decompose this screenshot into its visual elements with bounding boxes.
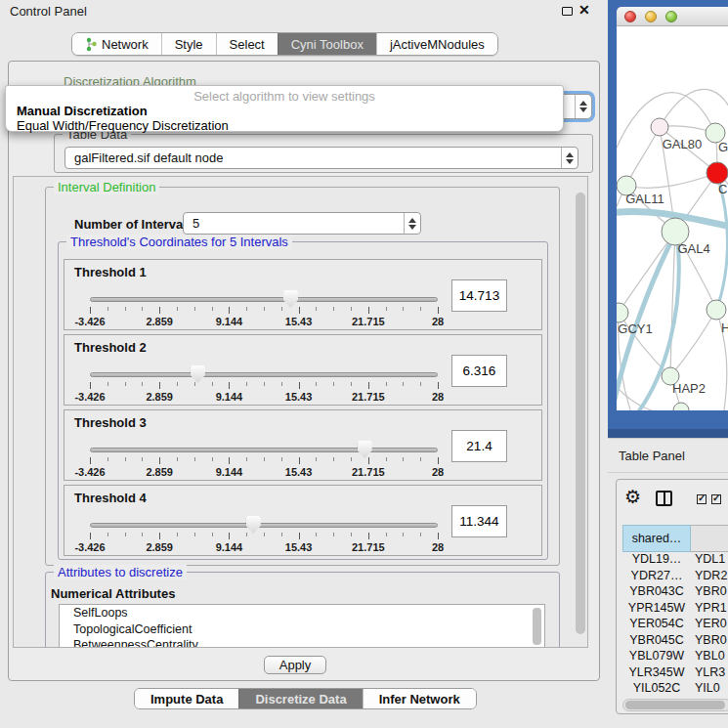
slider-thumb[interactable]	[358, 441, 372, 458]
cell-shared-name[interactable]: YDR27…	[622, 569, 691, 585]
cell-name[interactable]: YBL0	[691, 649, 728, 665]
scrollbar-thumb[interactable]	[625, 701, 725, 709]
menu-item-equal-width-frequency[interactable]: Equal Width/Frequency Discretization	[17, 118, 229, 133]
slider-track[interactable]	[90, 448, 438, 452]
table-row[interactable]: YDR27…YDR2	[622, 569, 728, 585]
slider-ticks	[90, 533, 438, 540]
threshold-2-slider[interactable]: -3.4262.8599.14415.4321.71528	[90, 364, 438, 404]
cell-name[interactable]: YDL1	[691, 552, 728, 569]
tab-cyni-toolbox[interactable]: Cyni Toolbox	[278, 33, 376, 55]
table-row[interactable]: YLR345WYLR3	[622, 665, 728, 682]
column-header-shared-name[interactable]: shared…	[622, 525, 691, 552]
slider-track[interactable]	[90, 372, 438, 377]
slider-track[interactable]	[90, 523, 438, 528]
tab-style[interactable]: Style	[161, 33, 216, 55]
checkbox-icon[interactable]	[697, 494, 707, 504]
threshold-3-value[interactable]: 21.4	[451, 430, 507, 462]
gcy1-node[interactable]	[617, 303, 628, 322]
apply-button[interactable]: Apply	[264, 656, 326, 674]
attribute-list-item[interactable]: BetweennessCentrality	[60, 637, 544, 648]
slider-thumb[interactable]	[191, 365, 205, 383]
table-row[interactable]: YIL052CYIL0	[622, 681, 728, 697]
zoom-traffic-icon[interactable]	[665, 11, 677, 22]
cell-name[interactable]: YLR3	[691, 665, 728, 682]
float-window-icon[interactable]	[562, 7, 573, 16]
bottom-node[interactable]	[673, 403, 689, 410]
number-of-intervals-value: 5	[184, 216, 404, 231]
cell-name[interactable]: YPR1	[691, 601, 728, 618]
cell-shared-name[interactable]: YLR345W	[622, 665, 691, 682]
tick-mark	[281, 307, 282, 311]
tick-mark	[316, 307, 317, 311]
threshold-1-value[interactable]: 14.713	[451, 279, 507, 312]
slider-track[interactable]	[90, 297, 438, 302]
tab-discretize-data[interactable]: Discretize Data	[238, 689, 362, 708]
threshold-4-value[interactable]: 11.344	[451, 505, 507, 537]
slider-thumb[interactable]	[246, 516, 261, 534]
settings-scrollbar[interactable]	[576, 193, 585, 634]
threshold-3-slider[interactable]: -3.4262.8599.14415.4321.71528	[90, 440, 438, 479]
tick-mark	[403, 533, 404, 536]
close-icon[interactable]: ✕	[578, 2, 590, 18]
table-row[interactable]: YPR145WYPR1	[622, 601, 728, 618]
bottom-tabs: Impute Data Discretize Data Infer Networ…	[134, 688, 477, 709]
threshold-2-value[interactable]: 6.316	[451, 355, 507, 387]
tab-network[interactable]: Network	[72, 33, 161, 55]
cell-shared-name[interactable]: YER054C	[622, 617, 691, 633]
cell-name[interactable]: YBR0	[691, 633, 728, 650]
table-row[interactable]: YBR043CYBR0	[622, 584, 728, 601]
tab-select[interactable]: Select	[216, 33, 278, 55]
number-of-intervals-combobox[interactable]: 5	[183, 212, 421, 235]
cell-shared-name[interactable]: YBL079W	[622, 649, 691, 665]
menu-item-manual-discretization[interactable]: Manual Discretization	[17, 104, 148, 118]
column-header-name[interactable]: na	[691, 525, 728, 552]
table-horizontal-scrollbar[interactable]	[622, 699, 728, 711]
threshold-1-slider[interactable]: -3.4262.8599.14415.4321.71528	[90, 289, 438, 328]
tick-mark	[177, 533, 178, 536]
table-row[interactable]: YER054CYER0	[622, 617, 728, 633]
cell-shared-name[interactable]: YDL19…	[622, 552, 691, 569]
cell-shared-name[interactable]: YPR145W	[622, 601, 691, 618]
table-data-combobox[interactable]: galFiltered.sif default node	[64, 147, 578, 169]
cell-name[interactable]: YDR2	[691, 569, 728, 585]
minimize-traffic-icon[interactable]	[645, 11, 657, 22]
checkbox-icon[interactable]	[711, 494, 721, 504]
slider-thumb[interactable]	[283, 290, 298, 308]
node-label: GA	[718, 140, 728, 154]
numerical-attributes-list[interactable]: SelfLoopsTopologicalCoefficientBetweenne…	[59, 604, 545, 648]
tab-impute-data[interactable]: Impute Data	[135, 689, 238, 708]
slider-ticks	[90, 307, 438, 315]
tab-cyni-toolbox-label: Cyni Toolbox	[291, 37, 364, 52]
close-traffic-icon[interactable]	[624, 11, 636, 22]
right-mid-node[interactable]	[707, 300, 726, 320]
table-row[interactable]: YBL079WYBL0	[622, 649, 728, 665]
slider-scale-labels: -3.4262.8599.14415.4321.71528	[90, 541, 438, 553]
column-layout-icon[interactable]	[656, 491, 672, 506]
gal80-node[interactable]	[651, 118, 668, 136]
cell-name[interactable]: YBR0	[691, 584, 728, 601]
cell-shared-name[interactable]: YIL052C	[622, 681, 691, 697]
cell-shared-name[interactable]: YBR045C	[622, 633, 691, 650]
tab-jactivemnodules-label: jActiveMNodules	[390, 37, 485, 52]
list-scrollbar[interactable]	[533, 608, 541, 645]
attribute-list-item[interactable]: TopologicalCoefficient	[60, 621, 544, 638]
tab-jactivemnodules[interactable]: jActiveMNodules	[376, 33, 497, 55]
threshold-2-panel: Threshold 2 -3.4262.8599.14415.4321.7152…	[64, 334, 542, 406]
network-window-titlebar[interactable]	[617, 7, 728, 26]
scale-tick-label: 15.43	[285, 316, 313, 327]
cell-name[interactable]: YER0	[691, 617, 728, 633]
gear-icon[interactable]: ⚙	[624, 488, 641, 506]
table-row[interactable]: YBR045CYBR0	[622, 633, 728, 650]
scale-tick-label: 15.43	[285, 391, 313, 403]
tab-infer-network[interactable]: Infer Network	[363, 689, 476, 708]
network-edge	[670, 310, 716, 376]
network-canvas[interactable]: GAL80GACGAL11GAL4GCY1HHAP2	[617, 26, 728, 410]
cell-name[interactable]: YIL0	[691, 681, 728, 697]
tick-mark	[246, 307, 247, 311]
selected-red-node[interactable]	[707, 162, 728, 184]
attribute-list-item[interactable]: SelfLoops	[60, 605, 544, 621]
cell-shared-name[interactable]: YBR043C	[622, 584, 691, 601]
threshold-4-slider[interactable]: -3.4262.8599.14415.4321.71528	[90, 515, 438, 554]
table-row[interactable]: YDL19…YDL1	[622, 552, 728, 569]
scale-tick-label: 28	[432, 541, 444, 553]
